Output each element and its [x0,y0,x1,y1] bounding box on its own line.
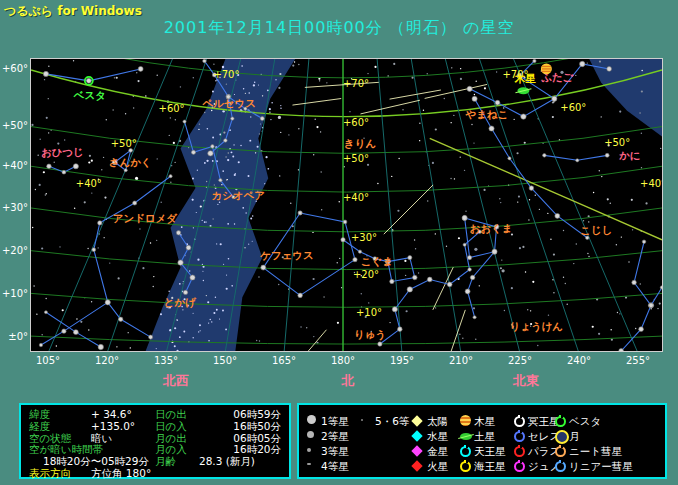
star [226,83,227,84]
legend-label: 4等星 [321,460,349,474]
inline-altitude-label: +10° [356,307,382,318]
star [368,302,369,303]
star [435,128,437,130]
star [298,128,299,129]
sky-chart[interactable]: +70°+60°+50°+40°+70°+60°+50°+40°+30°+20°… [30,58,663,352]
star [484,87,486,89]
star [435,233,436,234]
star [529,199,530,200]
compass-direction-label: 北東 [513,372,539,390]
star [175,119,176,120]
star [496,71,497,72]
star [80,321,82,323]
inline-altitude-label: +70° [213,69,239,80]
constellation-star [398,327,403,332]
constellation-label: やまねこ [465,108,509,120]
star [200,330,201,331]
inline-altitude-label: +50° [111,138,137,149]
constellation-star [86,78,91,83]
star [404,260,406,262]
star [45,194,46,195]
star [446,246,447,247]
star [234,223,235,224]
star [552,116,554,118]
info-value: 方位角 180° [91,467,151,479]
constellation-label: おおくま [470,222,513,235]
star [192,337,193,338]
info-value: 18時20分〜05時29分 [43,455,149,467]
star [588,221,589,222]
inline-altitude-label: +50° [343,153,369,164]
star [153,286,154,287]
star [474,94,475,95]
inline-altitude-label: +50° [604,137,630,148]
star [248,175,250,177]
star [313,336,314,337]
info-label: 空が暗い時間帯 [29,443,103,455]
star [177,320,178,321]
star [223,132,225,134]
constellation-label: とかげ [164,296,197,309]
star [211,321,212,322]
constellation-star [298,211,302,215]
constellation-star [607,67,612,72]
constellation-star [343,220,347,224]
star [559,139,560,140]
constellation-star [408,256,412,260]
constellation-label: こじし [580,224,612,236]
constellation-label: おひつじ [41,146,84,158]
star [635,328,636,329]
star [563,277,564,278]
star [473,142,474,143]
star [548,314,549,315]
azimuth-tick-label: 105° [28,355,68,366]
star [48,66,49,67]
star [278,284,279,285]
star [169,135,170,136]
star [269,108,271,110]
star [204,162,206,164]
star [179,283,181,285]
app-window: { "app": { "brand": "つるぷら for Windows", … [0,0,678,485]
star [532,281,534,283]
meteor-streak [292,99,341,106]
info-value: 16時50分 [199,420,281,432]
star [222,110,224,112]
constellation-star [632,280,637,285]
constellation-star [543,154,547,158]
star [475,81,476,82]
star [258,84,259,85]
star [215,297,216,298]
star [258,276,259,277]
altitude-tick-label: +50° [0,120,28,131]
star [193,313,194,314]
star [257,146,259,148]
star [180,86,181,87]
legend-item-パラス: パラス [514,444,525,458]
constellation-star [92,248,96,252]
info-label: 緯度 [29,408,50,420]
star [206,181,207,182]
star [593,192,594,193]
star [225,329,227,331]
star [103,237,104,238]
star [170,182,171,183]
constellation-star [447,282,452,287]
star [632,229,633,230]
star [45,298,46,299]
constellation-star [555,213,560,218]
jupiter-symbol-icon [460,415,471,426]
star [610,329,611,330]
star [641,167,642,168]
star [300,326,301,327]
star [57,143,59,145]
star [222,310,224,312]
star [518,195,520,197]
star [402,109,403,110]
star [575,75,576,76]
sky-chart-canvas[interactable]: +70°+60°+50°+40°+70°+60°+50°+40°+30°+20°… [31,59,662,351]
constellation-star [552,96,557,101]
legend-label: リニアー彗星 [569,460,633,474]
star [136,72,137,73]
star [397,210,399,212]
